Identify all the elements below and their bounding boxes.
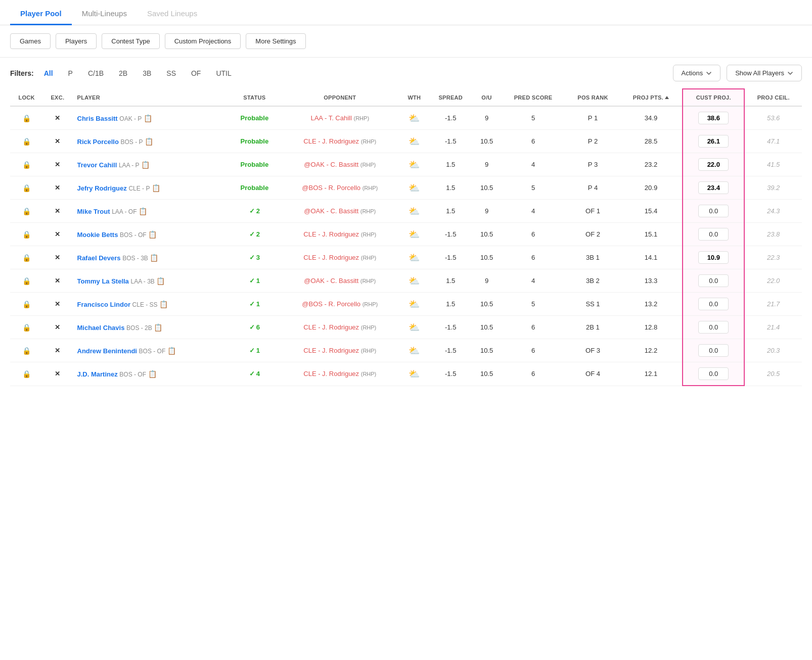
exclude-icon[interactable]: ✕: [55, 184, 60, 192]
proj-ceil-value: 39.2: [767, 184, 780, 192]
lock-cell: 🔒: [10, 339, 43, 362]
note-icon[interactable]: 📋: [154, 323, 162, 332]
exclude-icon[interactable]: ✕: [55, 347, 60, 354]
status-cell: ✓ 2: [230, 223, 280, 246]
exclude-icon[interactable]: ✕: [55, 114, 60, 122]
cust-proj-input[interactable]: [698, 228, 729, 241]
opponent-cell: @OAK - C. Bassitt (RHP): [280, 200, 400, 223]
player-name[interactable]: Jefry Rodriguez: [77, 184, 127, 192]
custom-projections-button[interactable]: Custom Projections: [165, 33, 241, 49]
status-cell: Probable: [230, 106, 280, 130]
player-name[interactable]: Mike Trout: [77, 208, 110, 215]
note-icon[interactable]: 📋: [139, 207, 147, 215]
opponent-link[interactable]: CLE - J. Rodriguez: [303, 370, 359, 378]
weather-icon: ⛅: [409, 369, 420, 379]
opponent-link[interactable]: @OAK - C. Bassitt: [304, 161, 358, 168]
filter-ss[interactable]: SS: [161, 67, 181, 79]
cust-proj-input[interactable]: [698, 367, 729, 380]
exclude-icon[interactable]: ✕: [55, 370, 60, 378]
opponent-suffix: (RHP): [361, 255, 377, 261]
actions-dropdown[interactable]: Actions: [673, 65, 721, 81]
note-icon[interactable]: 📋: [141, 161, 150, 169]
table-row: 🔒 ✕ Jefry Rodriguez CLE - P 📋 Probable @…: [10, 176, 802, 200]
cust-proj-input[interactable]: [698, 112, 729, 124]
opponent-link[interactable]: CLE - J. Rodriguez: [303, 137, 359, 145]
games-button[interactable]: Games: [10, 33, 51, 49]
cust-proj-input[interactable]: [698, 298, 729, 310]
opponent-link[interactable]: CLE - J. Rodriguez: [303, 347, 359, 354]
opponent-link[interactable]: CLE - J. Rodriguez: [303, 323, 359, 331]
exclude-icon[interactable]: ✕: [55, 137, 60, 145]
cust-proj-input[interactable]: [698, 205, 729, 217]
cust-proj-input[interactable]: [698, 274, 729, 287]
more-settings-button[interactable]: More Settings: [246, 33, 305, 49]
note-icon[interactable]: 📋: [159, 300, 168, 308]
weather-icon: ⛅: [409, 136, 420, 147]
col-opponent: OPPONENT: [280, 89, 400, 106]
note-icon[interactable]: 📋: [144, 114, 152, 122]
opponent-link[interactable]: @OAK - C. Bassitt: [304, 277, 358, 285]
filter-util[interactable]: UTIL: [211, 67, 236, 79]
player-team: BOS - OF: [120, 231, 147, 239]
exclude-icon[interactable]: ✕: [55, 207, 60, 215]
player-name[interactable]: Tommy La Stella: [77, 277, 129, 285]
player-cell: Mookie Betts BOS - OF 📋: [72, 223, 230, 246]
player-team: CLE - SS: [132, 301, 158, 308]
cust-proj-input[interactable]: [698, 251, 729, 264]
chevron-down-icon-2: [787, 70, 793, 76]
filter-3b[interactable]: 3B: [138, 67, 156, 79]
weather-icon: ⛅: [409, 276, 420, 286]
cust-proj-input[interactable]: [698, 344, 729, 357]
players-tbody: 🔒 ✕ Chris Bassitt OAK - P 📋 Probable LAA…: [10, 106, 802, 386]
note-icon[interactable]: 📋: [148, 230, 157, 239]
spread-cell: 1.5: [428, 176, 473, 200]
players-button[interactable]: Players: [56, 33, 97, 49]
exclude-icon[interactable]: ✕: [55, 323, 60, 331]
opponent-link[interactable]: CLE - J. Rodriguez: [303, 254, 359, 261]
player-name[interactable]: Rick Porcello: [77, 138, 119, 146]
player-name[interactable]: Michael Chavis: [77, 324, 125, 332]
exclude-icon[interactable]: ✕: [55, 300, 60, 308]
show-all-players-dropdown[interactable]: Show All Players: [727, 65, 802, 81]
cust-proj-input[interactable]: [698, 135, 729, 148]
player-name[interactable]: Mookie Betts: [77, 231, 118, 239]
cust-proj-input[interactable]: [698, 321, 729, 334]
filter-of[interactable]: OF: [186, 67, 206, 79]
player-name[interactable]: Trevor Cahill: [77, 161, 117, 169]
player-name[interactable]: Francisco Lindor: [77, 301, 130, 308]
cust-proj-input[interactable]: [698, 181, 729, 194]
player-name[interactable]: Chris Bassitt: [77, 115, 118, 122]
opponent-link[interactable]: LAA - T. Cahill: [310, 114, 351, 122]
player-cell: Andrew Benintendi BOS - OF 📋: [72, 339, 230, 362]
exclude-icon[interactable]: ✕: [55, 161, 60, 168]
filter-c1b[interactable]: C/1B: [83, 67, 109, 79]
note-icon[interactable]: 📋: [145, 137, 153, 146]
contest-type-button[interactable]: Contest Type: [102, 33, 159, 49]
filter-p[interactable]: P: [63, 67, 78, 79]
exclude-icon[interactable]: ✕: [55, 277, 60, 285]
opponent-link[interactable]: @BOS - R. Porcello: [302, 300, 360, 308]
note-icon[interactable]: 📋: [152, 184, 160, 192]
opponent-link[interactable]: CLE - J. Rodriguez: [303, 230, 359, 238]
spread-cell: -1.5: [428, 223, 473, 246]
player-name[interactable]: Andrew Benintendi: [77, 347, 137, 355]
opponent-suffix: (RHP): [360, 162, 376, 168]
filter-all[interactable]: All: [39, 67, 58, 79]
tab-player-pool[interactable]: Player Pool: [10, 0, 72, 25]
note-icon[interactable]: 📋: [167, 347, 176, 355]
player-name[interactable]: J.D. Martinez: [77, 370, 118, 378]
exclude-icon[interactable]: ✕: [55, 230, 60, 238]
filter-2b[interactable]: 2B: [114, 67, 132, 79]
tab-multi-lineups[interactable]: Multi-Lineups: [72, 0, 137, 25]
player-name[interactable]: Rafael Devers: [77, 254, 121, 262]
proj-ceil-cell: 41.5: [744, 153, 802, 176]
note-icon[interactable]: 📋: [148, 370, 157, 378]
note-icon[interactable]: 📋: [150, 254, 158, 262]
opponent-link[interactable]: @BOS - R. Porcello: [302, 184, 360, 192]
ou-cell: 10.5: [473, 362, 501, 386]
exclude-icon[interactable]: ✕: [55, 254, 60, 261]
cust-proj-input[interactable]: [698, 158, 729, 171]
opponent-link[interactable]: @OAK - C. Bassitt: [304, 207, 358, 215]
status-badge: Probable: [241, 137, 269, 145]
note-icon[interactable]: 📋: [156, 277, 165, 285]
